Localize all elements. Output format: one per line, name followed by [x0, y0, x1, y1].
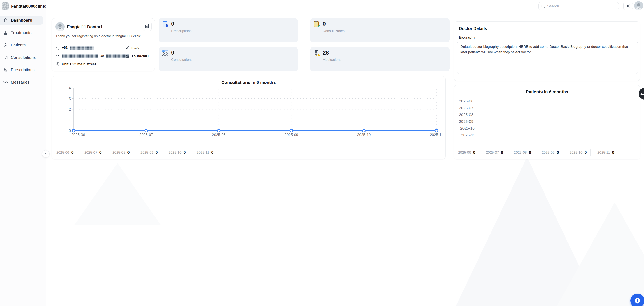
- email-redacted-block: [62, 54, 98, 58]
- month-row: 2025-09: [459, 118, 475, 125]
- x-tick-label: 2025-09: [284, 133, 298, 137]
- theme-toggle-button[interactable]: [623, 2, 633, 10]
- summary-item: 2025-11 0: [598, 149, 618, 156]
- stat-value: 0: [322, 21, 326, 27]
- chart-title: Consultations in 6 months: [52, 80, 445, 85]
- stat-value: 0: [171, 50, 174, 56]
- consult-notes-stat-icon: [313, 21, 320, 28]
- person-icon: [3, 43, 8, 47]
- stat-card-consult-notes: 0 Consult Notes: [310, 18, 450, 42]
- stat-label: Prescriptions: [171, 29, 192, 33]
- sidebar-item-consultations[interactable]: Consultations: [0, 53, 43, 62]
- mail-icon: [56, 54, 60, 58]
- month-row: 2025-11: [459, 132, 475, 139]
- doctor-email: @: [56, 54, 129, 59]
- summary-item: 2025-06 0: [56, 149, 78, 156]
- sidebar: Fangtai0008clinic Dashboard Treatments P…: [0, 0, 46, 306]
- sidebar-item-label: Dashboard: [11, 18, 32, 23]
- rx-icon: [3, 68, 8, 72]
- doctor-profile-card: Fangtai11 Doctor1 Thank you for register…: [52, 18, 155, 71]
- chat-icon: [3, 80, 8, 85]
- doctor-address: Unit 1 22 main street: [56, 62, 96, 67]
- doctor-dob: 17/10/2001: [125, 54, 149, 59]
- gender-value: male: [132, 46, 140, 50]
- address-value: Unit 1 22 main street: [62, 62, 96, 66]
- book-icon: [3, 30, 8, 35]
- data-point-marker: [435, 129, 438, 132]
- biography-textarea[interactable]: Default doctor biography description. HE…: [457, 42, 638, 74]
- doctor-name: Fangtai11 Doctor1: [67, 25, 103, 29]
- patients-month-list: 2025-06 2025-07 2025-08 2025-09 2025-10 …: [459, 98, 475, 139]
- sidebar-item-label: Consultations: [11, 55, 36, 60]
- summary-item: 2025-09 0: [140, 149, 162, 156]
- stat-card-medications: 28 Medications: [310, 47, 450, 71]
- consultations-month-summary: 2025-06 0 2025-07 0 2025-08 0 2025-09 0 …: [52, 146, 445, 159]
- y-tick-label: 3: [69, 97, 71, 101]
- phone-prefix: +61: [62, 46, 68, 50]
- summary-item: 2025-06 0: [458, 149, 479, 156]
- phone-redacted-block: [70, 46, 94, 50]
- doctor-gender: male: [125, 45, 140, 50]
- chevron-left-icon: [44, 152, 48, 156]
- sidebar-item-label: Patients: [11, 43, 26, 48]
- x-tick-label: 2025-06: [71, 133, 85, 137]
- y-tick-label: 2: [69, 107, 71, 112]
- patients-panel-card: Patients in 6 months 2025-06 2025-07 202…: [454, 85, 640, 159]
- summary-item: 2025-07 0: [486, 149, 507, 156]
- stat-label: Consultations: [171, 58, 192, 62]
- search-icon: [541, 4, 545, 8]
- patients-month-summary: 2025-06 0 2025-07 0 2025-08 0 2025-09 0 …: [454, 146, 640, 159]
- data-point-marker: [72, 129, 75, 132]
- welcome-text: Thank you for registering as a doctor in…: [56, 34, 150, 38]
- doctor-phone: +61: [56, 45, 94, 50]
- data-point-marker: [145, 129, 148, 132]
- info-fab-button[interactable]: [630, 293, 644, 306]
- sidebar-item-treatments[interactable]: Treatments: [0, 28, 43, 37]
- home-icon: [3, 18, 8, 23]
- cake-icon: [125, 54, 129, 58]
- clinic-logo-image: [2, 3, 9, 10]
- doctor-details-card: Doctor Details Biography Default doctor …: [454, 22, 640, 81]
- stat-label: Consult Notes: [322, 29, 345, 33]
- stat-card-consultations: 0 Consultations: [159, 47, 298, 71]
- y-tick-label: 1: [69, 118, 71, 122]
- month-row: 2025-07: [459, 105, 475, 111]
- month-row: 2025-06: [459, 98, 475, 105]
- patients-panel-title: Patients in 6 months: [454, 89, 640, 94]
- stat-card-prescriptions: 0 Prescriptions: [159, 18, 298, 42]
- month-row: 2025-08: [459, 111, 475, 118]
- sidebar-item-prescriptions[interactable]: Prescriptions: [0, 66, 43, 74]
- info-icon: [634, 297, 641, 304]
- watermark-triangle: [557, 202, 644, 306]
- sidebar-item-dashboard[interactable]: Dashboard: [0, 16, 43, 25]
- summary-item: 2025-08 0: [514, 149, 535, 156]
- sidebar-item-messages[interactable]: Messages: [0, 78, 43, 87]
- calendar-icon: [3, 55, 8, 60]
- y-tick-label: 4: [69, 86, 71, 90]
- data-point-marker: [218, 129, 220, 132]
- prescriptions-stat-icon: [162, 21, 169, 28]
- summary-item: 2025-11 0: [196, 149, 218, 156]
- sidebar-item-patients[interactable]: Patients: [0, 41, 43, 49]
- data-point-marker: [290, 129, 293, 132]
- phone-icon: [56, 46, 60, 50]
- summary-item: 2025-10 0: [570, 149, 590, 156]
- consultations-line-chart: 012342025-062025-072025-082025-092025-10…: [52, 85, 446, 138]
- app-logo[interactable]: Fangtai0008clinic: [0, 0, 46, 11]
- summary-item: 2025-10 0: [168, 149, 190, 156]
- edit-profile-button[interactable]: [142, 22, 152, 31]
- stat-value: 0: [171, 21, 174, 27]
- month-row: 2025-10: [459, 125, 475, 132]
- sidebar-item-label: Treatments: [11, 30, 31, 35]
- x-tick-label: 2025-08: [212, 133, 226, 137]
- sliders-icon: [640, 92, 644, 96]
- user-avatar[interactable]: [634, 1, 643, 10]
- gender-icon: [125, 46, 129, 50]
- location-pin-icon: [56, 62, 60, 66]
- sidebar-item-label: Messages: [11, 80, 30, 85]
- search-input[interactable]: [538, 2, 619, 10]
- sidebar-collapse-button[interactable]: [42, 150, 50, 158]
- edit-icon: [145, 24, 149, 29]
- watermark-triangle: [74, 163, 161, 225]
- summary-item: 2025-07 0: [84, 149, 106, 156]
